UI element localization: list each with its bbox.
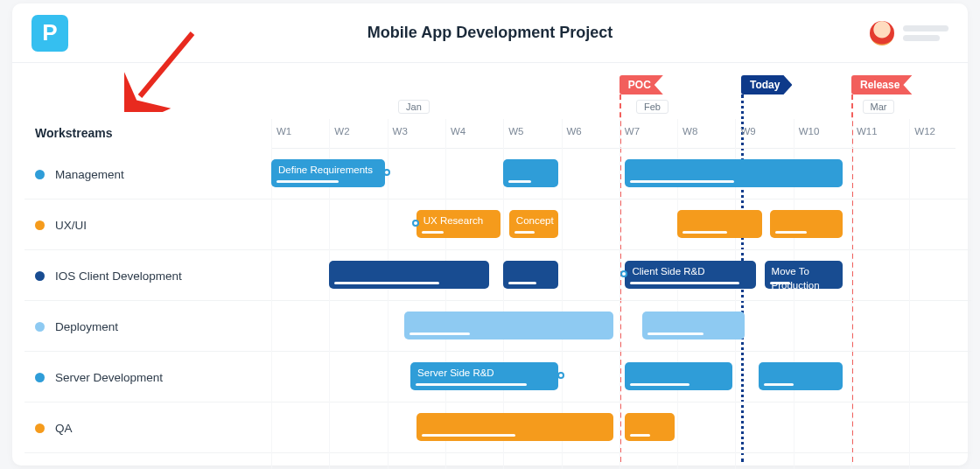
gantt-bar-progress [276, 180, 339, 183]
gantt-bar[interactable] [416, 413, 614, 441]
workstream-label: Management [55, 168, 124, 181]
gantt-bar-progress [682, 231, 727, 234]
gantt-bar[interactable] [625, 413, 675, 441]
app-logo[interactable]: P [32, 15, 68, 52]
dependency-node [383, 169, 390, 176]
gantt-bar[interactable] [770, 210, 843, 238]
workstream-label: IOS Client Development [55, 270, 182, 283]
gantt-bar-progress [630, 180, 734, 183]
gantt-bar-progress [630, 383, 689, 386]
gantt-bar-progress [770, 282, 791, 284]
workstream-row[interactable]: QA [24, 402, 271, 453]
workstream-label: UX/UI [55, 219, 87, 232]
gantt-bar[interactable] [642, 312, 744, 340]
week-label: W3 [388, 126, 445, 136]
gantt-bar[interactable] [503, 261, 558, 289]
week-label: W11 [851, 126, 909, 136]
gantt-bar[interactable] [677, 210, 761, 238]
week-label: W7 [620, 126, 677, 136]
workstream-color-dot [35, 424, 45, 433]
gantt-bar-progress [775, 231, 807, 234]
user-sub-placeholder [903, 35, 940, 41]
gantt-bar-progress [508, 180, 531, 183]
gantt-bar[interactable] [503, 159, 558, 187]
gantt-bar[interactable] [625, 159, 843, 187]
milestone-flag-release[interactable]: Release [851, 75, 912, 94]
month-label: Feb [636, 100, 668, 114]
gantt-bar-progress [416, 383, 527, 386]
milestone-flag-today[interactable]: Today [741, 75, 792, 94]
user-avatar[interactable] [870, 21, 894, 46]
gantt-bar[interactable]: Server Side R&D [410, 362, 558, 390]
dependency-node [557, 372, 564, 379]
gantt-bar[interactable] [759, 362, 843, 390]
gantt-bar-progress [648, 332, 703, 335]
workstream-color-dot [35, 322, 45, 332]
week-label: W6 [562, 126, 620, 136]
month-label: Jan [398, 100, 430, 114]
week-label: W8 [677, 126, 735, 136]
gantt-bar[interactable]: Define Requirements [271, 159, 385, 187]
gantt-bar-progress [508, 282, 536, 284]
week-label: W1 [271, 126, 329, 136]
gantt-bar[interactable]: UX Research [416, 210, 500, 238]
week-label: W5 [503, 126, 561, 136]
milestone-flag-poc[interactable]: POC [620, 75, 663, 94]
workstream-row[interactable]: IOS Client Development [24, 250, 271, 301]
gantt-bar[interactable] [404, 312, 613, 340]
week-label: W2 [329, 126, 387, 136]
workstream-color-dot [35, 271, 45, 281]
workstream-row[interactable]: Deployment [24, 301, 271, 352]
gantt-bar[interactable] [329, 261, 489, 289]
gantt-bar-progress [334, 282, 439, 284]
gantt-bar[interactable]: Move To Production [765, 261, 844, 289]
gantt-bar-progress [422, 231, 444, 234]
month-label: Mar [863, 100, 895, 114]
workstream-label: Deployment [55, 320, 118, 333]
workstream-color-dot [35, 373, 45, 382]
gantt-bar-progress [630, 434, 650, 437]
gantt-bar-progress [422, 434, 515, 437]
gantt-bar[interactable]: Client Side R&D [625, 261, 755, 289]
gantt-bar-progress [764, 383, 794, 386]
user-name-placeholder [903, 25, 948, 32]
app-header: P Mobile App Development Project [12, 4, 968, 63]
gantt-bar-progress [514, 231, 535, 234]
gantt-bar[interactable]: Concept [509, 210, 559, 238]
workstream-row[interactable]: Management [24, 149, 271, 200]
workstream-row[interactable]: Server Development [24, 352, 271, 402]
gantt-bar[interactable] [625, 362, 732, 390]
gantt-bar-progress [410, 332, 469, 335]
workstream-color-dot [35, 170, 45, 179]
week-label: W4 [445, 126, 503, 136]
workstream-label: QA [55, 422, 73, 435]
dependency-node [412, 220, 419, 227]
week-label: W12 [909, 126, 967, 136]
week-label: W9 [735, 126, 793, 136]
workstream-label: Server Development [55, 371, 163, 384]
workstream-color-dot [35, 220, 45, 230]
workstream-row[interactable]: UX/UI [24, 200, 271, 250]
sidebar-header: Workstreams [24, 98, 271, 149]
week-label: W10 [794, 126, 851, 136]
gantt-bar-progress [630, 282, 739, 284]
page-title: Mobile App Development Project [12, 24, 968, 42]
